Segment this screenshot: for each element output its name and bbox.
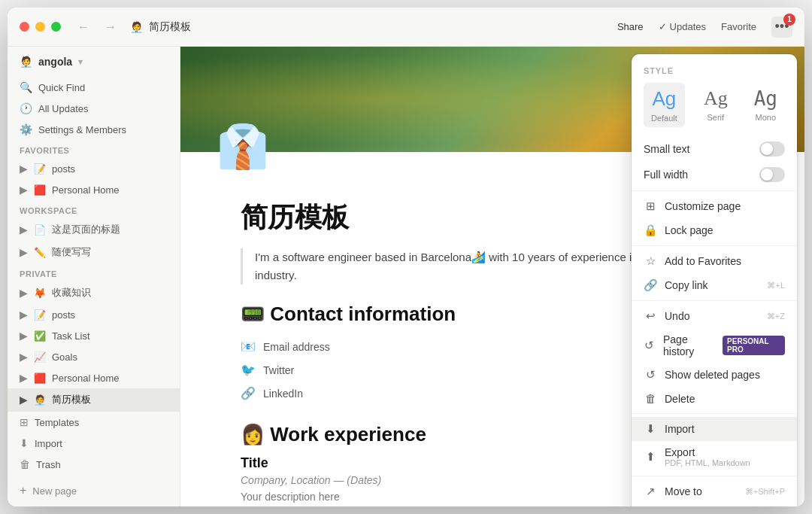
favorite-button[interactable]: Favorite: [715, 18, 762, 35]
user-name: angola: [38, 56, 72, 68]
sidebar-item-knowledge[interactable]: ▶ 🦊 收藏知识: [8, 281, 180, 304]
page-history-item[interactable]: ↺ Page history PERSONAL PRO: [632, 328, 797, 363]
style-default-label: Default: [651, 114, 677, 123]
sidebar-item-tasklist[interactable]: ▶ ✅ Task List: [8, 325, 180, 346]
sidebar-item-trash[interactable]: 🗑 Trash: [8, 454, 180, 475]
lock-icon: 🔒: [644, 224, 657, 237]
titlebar-right: Share ✓ Updates Favorite ••• 1: [611, 17, 792, 38]
new-page-button[interactable]: + New page: [8, 475, 180, 506]
pro-badge: PERSONAL PRO: [723, 336, 785, 355]
sidebar-item-personalhome-fav[interactable]: ▶ 🟥 Personal Home: [8, 179, 180, 200]
templates-label: Templates: [35, 417, 79, 428]
titlebar: ← → 🧑‍💼 简历模板 Share ✓ Updates Favorite ••…: [8, 8, 804, 47]
link-icon: 🔗: [644, 278, 657, 292]
share-button[interactable]: Share: [611, 18, 650, 35]
add-to-favorites-label: Add to Favorites: [665, 255, 741, 267]
page-title-label: 简历模板: [149, 20, 191, 34]
style-mono-label: Mono: [756, 113, 777, 122]
forward-button[interactable]: →: [100, 17, 121, 38]
undo-icon: ↩: [644, 309, 657, 323]
favorites-section-header: FAVORITES: [8, 140, 180, 158]
sidebar-item-pagetitle[interactable]: ▶ 📄 这是页面的标题: [8, 218, 180, 241]
knowledge-icon: ▶: [20, 287, 28, 299]
sidebar-item-resume[interactable]: ▶ 🧑‍💼 简历模板: [8, 388, 180, 411]
personalhome-fav-icon: ▶: [20, 184, 28, 196]
posts-fav-icon: ▶: [20, 163, 28, 175]
small-text-toggle[interactable]: [759, 141, 785, 157]
sidebar-item-import[interactable]: ⬇ Import: [8, 433, 180, 454]
tasklist-label: Task List: [52, 330, 90, 342]
export-item[interactable]: ⬆ Export PDF, HTML, Markdown: [632, 441, 797, 473]
twitter-icon: 🐦: [241, 363, 256, 377]
content-area: 👔 简历模板 I'm a software engineer based in …: [180, 47, 804, 506]
export-icon: ⬆: [644, 450, 657, 464]
lock-page-label: Lock page: [665, 224, 714, 236]
resume-icon: ▶: [20, 394, 28, 406]
dropdown-menu: STYLE Ag Default Ag Serif Ag Mono: [632, 54, 797, 506]
style-default[interactable]: Ag Default: [644, 83, 685, 127]
notes-icon: ▶: [20, 246, 28, 258]
page-history-label: Page history: [663, 333, 715, 357]
sidebar-item-templates[interactable]: ⊞ Templates: [8, 412, 180, 433]
sidebar-item-allupdates[interactable]: 🕐 All Updates: [8, 98, 180, 119]
linkedin-label: LinkedIn: [263, 388, 303, 400]
updates-button[interactable]: ✓ Updates: [659, 21, 706, 32]
copy-link-item[interactable]: 🔗 Copy link ⌘+L: [632, 273, 797, 297]
goals-label: Goals: [52, 351, 77, 363]
sidebar-item-personalhome-priv[interactable]: ▶ 🟥 Personal Home: [8, 367, 180, 388]
posts-fav-label: posts: [52, 163, 75, 175]
show-deleted-label: Show deleted pages: [665, 369, 760, 381]
pagetitle-label: 这是页面的标题: [52, 223, 120, 236]
sidebar-user[interactable]: 🧑‍💼 angola ▾: [8, 47, 180, 77]
sidebar-item-goals[interactable]: ▶ 📈 Goals: [8, 346, 180, 367]
tasklist-icon: ▶: [20, 330, 28, 342]
pagetitle-icon: ▶: [20, 224, 28, 236]
delete-label: Delete: [665, 393, 695, 405]
style-serif[interactable]: Ag Serif: [696, 83, 735, 127]
close-button[interactable]: [20, 22, 29, 32]
add-to-favorites-item[interactable]: ☆ Add to Favorites: [632, 249, 797, 273]
customize-page-item[interactable]: ⊞ Customize page: [632, 194, 797, 218]
linkedin-icon: 🔗: [241, 386, 256, 400]
maximize-button[interactable]: [51, 22, 61, 32]
style-default-char: Ag: [653, 87, 677, 111]
sidebar-item-quickfind[interactable]: 🔍 Quick Find: [8, 77, 180, 98]
copy-link-label: Copy link: [665, 279, 708, 291]
divider-4: [632, 413, 797, 414]
style-options: Ag Default Ag Serif Ag Mono: [632, 80, 797, 136]
move-to-item[interactable]: ↗ Move to ⌘+Shift+P: [632, 479, 797, 503]
sidebar-item-settings[interactable]: ⚙️ Settings & Members: [8, 119, 180, 140]
notification-badge: 1: [783, 14, 795, 26]
import-item[interactable]: ⬇ Import: [632, 417, 797, 441]
nav-buttons: ← →: [73, 17, 121, 38]
page-icon-wrap: 👔: [217, 126, 269, 178]
word-count: Word count: 113: [632, 503, 797, 506]
back-button[interactable]: ←: [73, 17, 94, 38]
export-label: Export PDF, HTML, Markdown: [665, 446, 750, 467]
import-label: Import: [35, 438, 62, 449]
sidebar-item-posts-fav[interactable]: ▶ 📝 posts: [8, 158, 180, 179]
sidebar-item-notes[interactable]: ▶ ✏️ 随便写写: [8, 241, 180, 263]
lock-page-item[interactable]: 🔒 Lock page: [632, 218, 797, 242]
undo-shortcut: ⌘+Z: [767, 312, 785, 321]
full-width-toggle[interactable]: [759, 167, 785, 182]
moveto-icon: ↗: [644, 485, 657, 498]
personalhome-priv-label: Personal Home: [52, 373, 120, 384]
undo-label: Undo: [665, 310, 689, 322]
show-deleted-item[interactable]: ↺ Show deleted pages: [632, 363, 797, 387]
style-mono[interactable]: Ag Mono: [747, 83, 785, 127]
clock-icon: 🕐: [20, 102, 32, 114]
sidebar-item-posts-priv[interactable]: ▶ 📝 posts: [8, 304, 180, 325]
small-text-row: Small text: [632, 136, 797, 162]
customize-page-label: Customize page: [665, 200, 741, 212]
trash-icon: 🗑: [20, 458, 30, 470]
style-serif-label: Serif: [707, 113, 724, 122]
undo-item[interactable]: ↩ Undo ⌘+Z: [632, 304, 797, 328]
style-serif-char: Ag: [704, 87, 728, 110]
style-section-label: STYLE: [632, 60, 797, 80]
minimize-button[interactable]: [35, 22, 45, 32]
posts-priv-icon: ▶: [20, 309, 28, 321]
delete-item[interactable]: 🗑 Delete: [632, 387, 797, 410]
posts-priv-label: posts: [52, 309, 75, 321]
more-button[interactable]: ••• 1: [771, 17, 792, 38]
